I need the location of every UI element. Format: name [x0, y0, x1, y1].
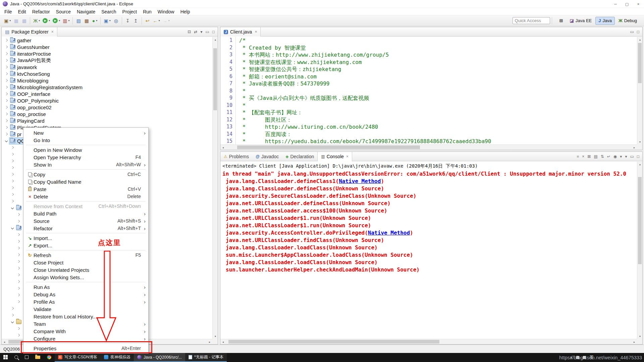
- perspective-javaee-button[interactable]: ◪Java EE: [567, 17, 595, 25]
- remove-launch-icon[interactable]: ×: [582, 155, 584, 159]
- chevron-right-icon[interactable]: [16, 265, 21, 272]
- chevron-right-icon[interactable]: [16, 238, 21, 245]
- context-menu-item-source[interactable]: SourceAlt+Shift+S›: [23, 217, 148, 225]
- maximize-icon[interactable]: □: [212, 30, 215, 34]
- chevron-right-icon[interactable]: [10, 198, 15, 204]
- menu-edit[interactable]: Edit: [15, 9, 29, 14]
- scrollbar-thumb[interactable]: [237, 145, 420, 149]
- perspective-java-button[interactable]: JJava: [595, 17, 615, 25]
- scroll-up-icon[interactable]: ▴: [637, 37, 643, 42]
- close-icon[interactable]: ×: [346, 154, 348, 159]
- context-menu-item-import[interactable]: ↘Import...: [23, 234, 148, 242]
- context-menu-item-validate[interactable]: Validate: [23, 305, 148, 313]
- menu-source[interactable]: Source: [53, 9, 74, 14]
- context-menu-item-open-in-new-window[interactable]: Open in New Window: [23, 146, 148, 154]
- tab-declaration[interactable]: ◈Declaration: [282, 152, 317, 161]
- chevron-right-icon[interactable]: [4, 84, 9, 90]
- chevron-right-icon[interactable]: [4, 97, 9, 104]
- scroll-left-icon[interactable]: ◂: [2, 339, 7, 345]
- context-menu-item-team[interactable]: Team›: [23, 320, 148, 327]
- context-menu-item-go-into[interactable]: Go Into: [23, 136, 148, 144]
- collapse-all-icon[interactable]: ⊟: [187, 30, 191, 34]
- minimize-button[interactable]: ─: [610, 0, 621, 8]
- scroll-right-icon[interactable]: ▸: [632, 339, 637, 345]
- context-menu-item-export[interactable]: ↗Export...: [23, 242, 148, 249]
- tree-item-guessnumber[interactable]: GuessNumber: [2, 44, 212, 50]
- scrollbar-track[interactable]: [637, 42, 642, 139]
- open-task-button[interactable]: ▣▾: [103, 17, 111, 25]
- chevron-right-icon[interactable]: [16, 325, 21, 332]
- scroll-left-icon[interactable]: ◂: [220, 339, 226, 345]
- scrollbar-track[interactable]: [213, 42, 218, 334]
- context-menu-item-paste[interactable]: PasteCtrl+V: [23, 185, 148, 193]
- context-menu-item-open-type-hierarchy[interactable]: Open Type HierarchyF4: [23, 154, 148, 161]
- context-menu-item-build-path[interactable]: Build Path›: [23, 210, 148, 217]
- context-menu-item-delete[interactable]: ×DeleteDelete: [23, 193, 148, 200]
- remove-all-launches-icon[interactable]: ⊠: [587, 155, 591, 159]
- clear-console-icon[interactable]: ▤: [594, 155, 597, 159]
- context-menu-item-debug-as[interactable]: Debug As›: [23, 291, 148, 298]
- open-console-icon[interactable]: ▾: [625, 155, 627, 159]
- taskbar-yeshen-button[interactable]: 夜神模拟器: [101, 353, 134, 362]
- editor-vertical-scrollbar[interactable]: ▴▾: [637, 37, 642, 144]
- scrollbar-thumb[interactable]: [638, 177, 642, 264]
- chevron-down-icon[interactable]: [10, 225, 15, 231]
- display-selected-console-icon[interactable]: ▾: [620, 155, 622, 159]
- taskbar-start-button[interactable]: [0, 353, 11, 362]
- code-editor[interactable]: 1/*2 * Created by 智捷课堂3 * 本书网站：http://ww…: [220, 37, 637, 144]
- scroll-down-icon[interactable]: ▾: [213, 334, 218, 339]
- minimize-icon[interactable]: ▭: [630, 30, 634, 34]
- console-vertical-scrollbar[interactable]: ▴▾: [637, 162, 642, 339]
- new-package-button[interactable]: ▩: [83, 17, 90, 25]
- back-button[interactable]: ←▾: [152, 17, 161, 25]
- console-horizontal-scrollbar[interactable]: ◂▸: [220, 339, 637, 344]
- scrollbar-track[interactable]: [226, 145, 632, 150]
- menu-navigate[interactable]: Navigate: [74, 9, 98, 14]
- taskbar-chrome-button[interactable]: [44, 353, 55, 362]
- chevron-down-icon[interactable]: [10, 204, 15, 211]
- chevron-right-icon[interactable]: [4, 124, 9, 131]
- tree-item-iteratorproctise[interactable]: iteratorProctise: [2, 50, 212, 57]
- scrollbar-track[interactable]: [226, 339, 632, 344]
- context-menu-item-assign-working-sets[interactable]: Assign Working Sets...: [23, 274, 148, 281]
- scroll-up-icon[interactable]: ▴: [637, 162, 643, 167]
- perspective-debug-button[interactable]: ЖDebug: [615, 17, 640, 25]
- taskbar-taskview-button[interactable]: [21, 353, 32, 362]
- taskbar-csdn-button[interactable]: 写文章-CSDN博客: [55, 353, 101, 362]
- new-wizard-button[interactable]: ▣▾: [3, 17, 12, 25]
- stacktrace-link[interactable]: Native Method: [368, 230, 410, 236]
- menu-file[interactable]: File: [1, 9, 15, 14]
- chevron-down-icon[interactable]: [4, 137, 9, 144]
- context-menu-item-restore-from-local-history[interactable]: Restore from Local History...: [23, 313, 148, 320]
- tree-item-javaapi[interactable]: JavaAPI包装类: [2, 57, 212, 64]
- context-menu-item-refactor[interactable]: RefactorAlt+Shift+T›: [23, 225, 148, 232]
- menu-search[interactable]: Search: [98, 9, 119, 14]
- chevron-right-icon[interactable]: [10, 158, 15, 164]
- new-class-button[interactable]: ●▾: [91, 17, 98, 25]
- tree-item-oop-proctice02[interactable]: oop_proctice02: [2, 104, 212, 111]
- view-menu-icon[interactable]: ▾: [200, 30, 202, 34]
- chevron-right-icon[interactable]: [16, 231, 21, 238]
- tree-item-oop-polymorphic[interactable]: OOP_Polymorphic: [2, 97, 212, 104]
- forward-button[interactable]: →▾: [162, 17, 171, 25]
- tree-item-oop-interface[interactable]: OOP_interface: [2, 90, 212, 97]
- chevron-right-icon[interactable]: [4, 90, 9, 97]
- scrollbar-thumb[interactable]: [228, 340, 439, 344]
- tree-item-gather[interactable]: gather: [2, 37, 212, 44]
- chevron-right-icon[interactable]: [16, 245, 21, 251]
- tab-javadoc[interactable]: @Javadoc: [252, 152, 282, 161]
- scroll-right-icon[interactable]: ▸: [632, 145, 637, 150]
- maximize-icon[interactable]: □: [637, 155, 639, 159]
- chevron-right-icon[interactable]: [16, 332, 21, 339]
- tree-vertical-scrollbar[interactable]: ▴▾: [212, 37, 218, 339]
- chevron-right-icon[interactable]: [16, 272, 21, 278]
- context-menu-item-run-as[interactable]: Run As›: [23, 283, 148, 291]
- chevron-right-icon[interactable]: [16, 258, 21, 265]
- scroll-right-icon[interactable]: ▸: [207, 339, 212, 345]
- tab-problems[interactable]: ⚠Problems: [220, 152, 252, 161]
- scroll-up-icon[interactable]: ▴: [213, 37, 218, 42]
- close-button[interactable]: ×: [633, 0, 644, 8]
- context-menu-item-copy-qualified-name[interactable]: Copy Qualified Name: [23, 178, 148, 185]
- taskbar-search-button[interactable]: [11, 353, 21, 362]
- taskbar-explorer-button[interactable]: [32, 353, 44, 362]
